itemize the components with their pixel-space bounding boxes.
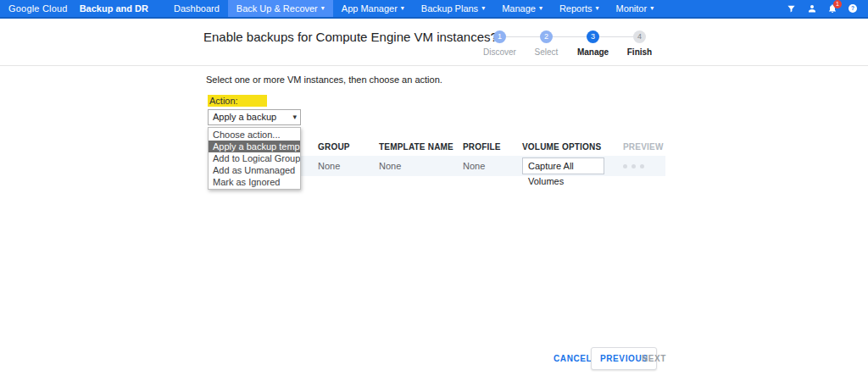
nav-item-label: Reports <box>559 3 593 14</box>
svg-text:?: ? <box>851 5 854 11</box>
column-header-preview: PREVIEW <box>623 142 664 152</box>
nav-item-manage[interactable]: Manage <box>493 0 551 17</box>
step-select: 2 Select <box>523 25 570 57</box>
chevron-down-icon <box>595 5 598 12</box>
cancel-button[interactable]: CANCEL <box>554 354 592 363</box>
nav-item-reports[interactable]: Reports <box>551 0 608 17</box>
dot <box>640 164 644 168</box>
chevron-down-icon <box>401 5 404 12</box>
column-header-template-name: TEMPLATE NAME <box>379 142 453 152</box>
nav-item-monitor[interactable]: Monitor <box>607 0 662 17</box>
step-label: Discover <box>483 47 516 57</box>
notifications-icon[interactable]: 1 <box>826 3 837 14</box>
instruction-text: Select one or more VM instances, then ch… <box>206 75 442 85</box>
menu-item-choose-action[interactable]: Choose action... <box>209 129 300 141</box>
step-label: Select <box>535 47 559 57</box>
column-header-group: GROUP <box>318 142 350 152</box>
header-divider <box>0 65 868 66</box>
step-manage: 3 Manage <box>570 25 616 57</box>
cell-template-name: None <box>379 156 401 176</box>
dot <box>632 164 636 168</box>
chevron-down-icon <box>481 5 485 12</box>
navbar-actions: 1 ? <box>786 0 868 17</box>
action-dropdown-menu: Choose action... Apply a backup template… <box>208 127 301 190</box>
column-header-volume-options: VOLUME OPTIONS <box>522 142 601 152</box>
step-discover: 1 Discover <box>476 25 523 57</box>
cell-group: None <box>318 156 340 176</box>
chevron-down-icon <box>321 5 325 12</box>
stepper-steps: 1 Discover 2 Select 3 Manage 4 Finish <box>476 25 663 57</box>
step-label: Finish <box>627 47 652 57</box>
filter-icon[interactable] <box>786 3 797 14</box>
product-name: Backup and DR <box>80 3 148 14</box>
nav-item-back-up-recover[interactable]: Back Up & Recover <box>228 0 333 17</box>
cell-profile: None <box>463 156 485 176</box>
step-circle: 4 <box>633 30 646 43</box>
dot <box>623 164 627 168</box>
nav-item-label: Backup Plans <box>421 3 478 14</box>
wizard-stepper: 1 Discover 2 Select 3 Manage 4 Finish <box>476 25 663 62</box>
google-cloud-logo: Google Cloud <box>8 3 68 14</box>
step-circle: 3 <box>587 30 599 43</box>
notification-badge: 1 <box>833 0 842 8</box>
chevron-down-icon <box>650 5 654 12</box>
nav-item-app-manager[interactable]: App Manager <box>333 0 413 17</box>
step-label: Manage <box>577 47 609 57</box>
column-header-profile: PROFILE <box>463 142 501 152</box>
volume-options-select[interactable]: Capture All Volumes <box>522 157 604 174</box>
step-circle: 2 <box>540 30 553 43</box>
chevron-down-icon <box>292 110 297 124</box>
nav-item-label: Dashboard <box>174 3 220 14</box>
page-header: Enable backups for Compute Engine VM ins… <box>0 19 868 65</box>
nav-item-dashboard[interactable]: Dashboard <box>165 0 228 17</box>
preview-loading-dots <box>623 164 644 168</box>
action-select[interactable]: Apply a backup template <box>208 109 301 125</box>
step-finish: 4 Finish <box>616 25 663 57</box>
nav-item-label: Monitor <box>615 3 647 14</box>
menu-item-apply-backup-template[interactable]: Apply a backup template <box>209 141 300 152</box>
user-icon[interactable] <box>806 3 817 14</box>
wizard-footer: CANCEL PREVIOUS NEXT <box>0 345 868 376</box>
chevron-down-icon <box>539 5 542 12</box>
action-label: Action: <box>208 95 267 107</box>
nav-item-label: Manage <box>502 3 536 14</box>
page-title: Enable backups for Compute Engine VM ins… <box>203 30 498 44</box>
menu-item-add-to-logical-group[interactable]: Add to Logical Group <box>209 152 300 164</box>
nav-item-label: App Manager <box>342 3 398 14</box>
step-circle: 1 <box>493 30 506 43</box>
volume-options-value: Capture All Volumes <box>528 161 574 186</box>
menu-item-add-as-unmanaged[interactable]: Add as Unmanaged <box>209 164 300 176</box>
nav-menu: Dashboard Back Up & Recover App Manager … <box>165 0 662 17</box>
backup-dr-console: Google Cloud Backup and DR Dashboard Bac… <box>0 0 868 381</box>
nav-item-backup-plans[interactable]: Backup Plans <box>413 0 493 17</box>
next-button[interactable]: NEXT <box>642 354 666 363</box>
help-icon[interactable]: ? <box>847 3 858 14</box>
menu-item-mark-as-ignored[interactable]: Mark as Ignored <box>209 176 300 188</box>
brand: Google Cloud Backup and DR <box>0 0 148 17</box>
top-navbar: Google Cloud Backup and DR Dashboard Bac… <box>0 0 868 19</box>
nav-item-label: Back Up & Recover <box>236 3 318 14</box>
